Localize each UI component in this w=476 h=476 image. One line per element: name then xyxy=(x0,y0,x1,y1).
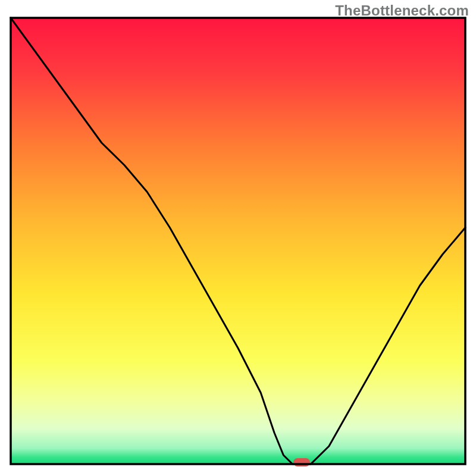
plot-background xyxy=(11,18,465,464)
optimal-marker xyxy=(293,458,310,466)
bottleneck-chart: TheBottleneck.com xyxy=(0,0,476,476)
chart-svg xyxy=(0,0,476,476)
